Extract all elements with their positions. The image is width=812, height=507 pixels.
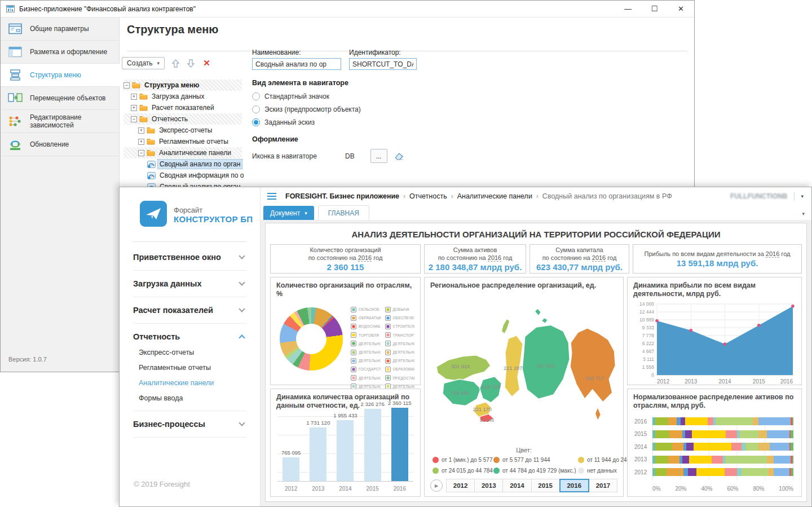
dash-submenu-item[interactable]: Формы ввода xyxy=(133,387,246,402)
move-down-icon[interactable] xyxy=(187,59,195,68)
user-menu[interactable]: FULLFUNCTIONB xyxy=(730,192,787,200)
maximize-button[interactable]: ☐ xyxy=(641,1,668,17)
name-input[interactable] xyxy=(252,58,341,70)
main-sidebar-item[interactable]: Структура меню xyxy=(1,64,120,87)
radio-label: Эскиз (предпросмотр объекта) xyxy=(264,105,361,113)
map-region[interactable] xyxy=(541,318,548,323)
stacked-x-label: 0% xyxy=(652,486,660,492)
minimize-button[interactable]: — xyxy=(615,1,641,17)
bar-column: 2 360 115 xyxy=(390,416,409,481)
map-region[interactable] xyxy=(595,407,601,421)
collapse-icon[interactable]: − xyxy=(138,150,144,156)
main-sidebar-item[interactable]: Разметка и оформление xyxy=(1,41,119,64)
view-option[interactable]: Заданный эскиз xyxy=(252,118,602,126)
profit-area-chart: 14 00012 44410 8899 3337 7786 2224 6673 … xyxy=(633,301,796,386)
radio-label: Заданный эскиз xyxy=(264,118,315,126)
collapse-icon[interactable]: − xyxy=(123,82,130,89)
main-sidebar-item-label: Обновление xyxy=(30,140,69,148)
tree-item[interactable]: +Расчет показателей xyxy=(123,102,242,113)
tree-item[interactable]: Сводная информация по о xyxy=(123,170,242,181)
chevron-up-icon xyxy=(239,334,245,341)
tab-main[interactable]: ГЛАВНАЯ xyxy=(318,205,369,220)
dash-menu-item-label: Приветственное окно xyxy=(133,253,221,262)
legend-label: ГОСУДАРСТВЕН... xyxy=(359,367,381,371)
stacked-segment xyxy=(689,456,712,464)
legend-swatch xyxy=(351,307,356,312)
radio-button[interactable] xyxy=(252,105,260,113)
create-button[interactable]: Создать ▾ xyxy=(122,57,165,69)
legend-swatch xyxy=(385,307,391,312)
stacked-y-label: 2015 xyxy=(634,431,652,437)
stacked-segment xyxy=(774,468,789,476)
stacked-segment xyxy=(667,468,683,476)
user-chevron-down-icon[interactable]: ▾ xyxy=(801,193,804,199)
timeline-year[interactable]: 2016 xyxy=(559,479,589,492)
move-up-icon[interactable] xyxy=(171,59,180,68)
stacked-bar xyxy=(652,468,793,476)
delete-icon[interactable]: ✕ xyxy=(202,58,211,68)
stacked-segment xyxy=(791,468,793,476)
view-option[interactable]: Эскиз (предпросмотр объекта) xyxy=(252,105,602,113)
tree-item[interactable]: −Отчетность xyxy=(123,113,242,125)
play-button[interactable]: ▶ xyxy=(430,479,443,492)
expand-icon[interactable]: + xyxy=(138,139,144,145)
map-region[interactable] xyxy=(535,308,541,316)
toolbar-collapse-icon[interactable]: ▾ xyxy=(802,211,805,217)
timeline-year[interactable]: 2012 xyxy=(446,479,475,492)
tree-item-label: Сводный анализ по орган xyxy=(158,160,242,169)
chevron-down-icon: ▾ xyxy=(304,210,307,216)
radio-button[interactable] xyxy=(252,118,260,126)
radio-button[interactable] xyxy=(252,92,260,100)
kpi-card: Сумма активов по состоянию на 2016 год2 … xyxy=(424,244,526,274)
bar-value-label: 1 955 433 xyxy=(333,412,357,418)
dash-menu-item[interactable]: Отчетность xyxy=(133,332,246,341)
dash-menu-item[interactable]: Расчет показателей xyxy=(133,306,246,315)
breadcrumb-item[interactable]: FORESIGHT. Бизнес приложение xyxy=(285,192,399,200)
view-option[interactable]: Стандартный значок xyxy=(252,92,602,100)
main-sidebar-item[interactable]: Обновление xyxy=(1,133,119,156)
document-button[interactable]: Документ ▾ xyxy=(263,206,314,220)
browse-button[interactable]: ... xyxy=(370,149,387,163)
main-sidebar-item[interactable]: Редактирование зависимостей xyxy=(1,110,119,133)
timeline-year[interactable]: 2015 xyxy=(531,479,560,492)
breadcrumb-item[interactable]: Сводный анализ по организациям в РФ xyxy=(542,192,672,200)
close-button[interactable]: ✕ xyxy=(668,1,694,17)
identifier-input[interactable] xyxy=(349,58,417,70)
timeline-year[interactable]: 2017 xyxy=(589,479,617,492)
expand-icon[interactable]: + xyxy=(138,127,144,134)
dash-menu-item[interactable]: Приветственное окно xyxy=(133,253,246,262)
collapse-icon[interactable]: − xyxy=(131,116,137,122)
expand-icon[interactable]: + xyxy=(131,94,137,100)
dash-menu-item[interactable]: Загрузка данных xyxy=(133,279,246,288)
map-region[interactable] xyxy=(570,328,615,402)
timeline-year[interactable]: 2014 xyxy=(502,479,531,492)
tree-item[interactable]: −Структура меню xyxy=(123,80,242,91)
dash-menu-item[interactable]: Бизнес-процессы xyxy=(133,420,246,429)
tree-item[interactable]: +Экспресс-отчеты xyxy=(123,125,242,136)
map-region[interactable] xyxy=(501,319,510,334)
tree-item[interactable]: +Загрузка данных xyxy=(123,91,242,102)
tree-item[interactable]: +Регламентные отчеты xyxy=(123,136,242,147)
stacked-bar xyxy=(652,430,793,438)
timeline-year[interactable]: 2013 xyxy=(474,479,503,492)
dash-submenu-item[interactable]: Аналитические панели xyxy=(133,372,246,387)
legend-dot xyxy=(493,457,500,463)
tree-item[interactable]: −Аналитические панели xyxy=(123,147,242,158)
stacked-segment xyxy=(681,417,685,425)
stacked-segment xyxy=(767,456,774,464)
tree-item[interactable]: Сводный анализ по орган xyxy=(123,158,242,170)
expand-icon[interactable]: + xyxy=(131,105,137,111)
eraser-icon[interactable] xyxy=(394,152,404,160)
main-sidebar-item[interactable]: Общие параметры xyxy=(1,17,119,41)
stacked-segment xyxy=(774,456,791,464)
map-legend-label: нет данных xyxy=(587,468,617,474)
breadcrumb-item[interactable]: Аналитические панели xyxy=(457,192,532,200)
legend-label: ВОДОСНАБЖЕН... xyxy=(359,324,381,328)
breadcrumb-item[interactable]: Отчетность xyxy=(409,192,447,200)
hamburger-menu-icon[interactable] xyxy=(267,193,276,200)
dash-submenu-item[interactable]: Регламентные отчеты xyxy=(133,356,246,372)
main-sidebar-item[interactable]: Перемещение объектов xyxy=(1,87,119,110)
map-region[interactable] xyxy=(522,325,570,399)
dash-submenu-item[interactable]: Экспресс-отчеты xyxy=(133,341,246,356)
map-legend: от 1 (мин.) до 5 577от 5 577 до 11 944от… xyxy=(430,457,617,474)
